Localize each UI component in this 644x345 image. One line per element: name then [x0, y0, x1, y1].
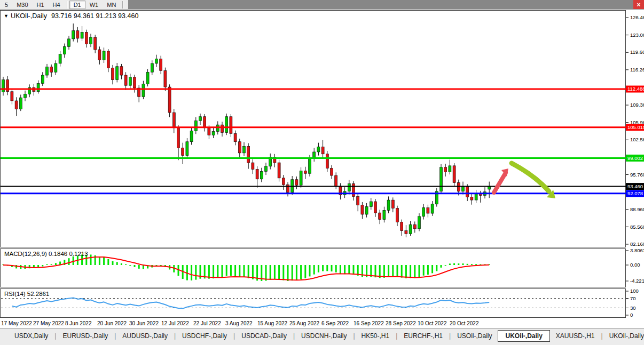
date-tick-label: 6 Sep 2022	[321, 320, 349, 326]
date-tick-label: 16 Sep 2022	[354, 320, 384, 326]
svg-text:82.160: 82.160	[630, 241, 644, 247]
date-tick-label: 20 Oct 2022	[450, 320, 478, 326]
tab-eurchf-h1[interactable]: EURCHF-,H1	[398, 331, 449, 341]
svg-text:119.660: 119.660	[630, 49, 644, 55]
macd-axis[interactable]: 3.80670.00-4.221	[626, 247, 644, 284]
tab-separator: |	[174, 332, 176, 340]
chart-header: ▼UKOil-,Daily93.716 94.361 91.213 93.460	[4, 12, 138, 20]
tab-hk50-h1[interactable]: HK50-,H1	[356, 331, 396, 341]
tab-separator: |	[601, 332, 603, 340]
chart-symbol-title: UKOil-,Daily	[11, 12, 47, 20]
svg-text:95.760: 95.760	[630, 172, 644, 178]
macd-label: MACD(12,26,9) 0.1846 0.1213	[4, 251, 88, 257]
tab-usoil-daily[interactable]: USOil-,Daily	[451, 331, 498, 341]
date-tick-label: 3 Aug 2022	[225, 320, 253, 326]
timeframe-button-5[interactable]: 5	[1, 1, 12, 9]
tab-separator: |	[396, 332, 397, 340]
chart-canvas[interactable]: 126.460123.060119.660116.260109.360105.9…	[0, 10, 644, 328]
date-tick-label: 28 Sep 2022	[386, 320, 416, 326]
timeframe-button-w1[interactable]: W1	[85, 1, 103, 9]
svg-text:85.560: 85.560	[630, 224, 644, 230]
svg-text:92.078: 92.078	[627, 190, 643, 196]
tab-ukoil-daily[interactable]: UKOil-,Daily	[498, 330, 549, 342]
tab-xauusd-h1[interactable]: XAUUSD-,H1	[550, 331, 601, 341]
chart-tab-bar: USDX,Daily|EURUSD-,Daily|AUDUSD-,Daily|U…	[0, 328, 644, 345]
tab-separator: |	[54, 332, 56, 340]
tab-separator: |	[449, 332, 451, 340]
tab-usdcnh-daily[interactable]: USDCNH-,Daily	[295, 331, 352, 341]
rsi-params: RSI(14)	[4, 291, 26, 297]
svg-text:126.460: 126.460	[630, 14, 644, 20]
timeframe-button-mn[interactable]: MN	[103, 1, 120, 9]
svg-text:0.00: 0.00	[630, 262, 640, 268]
title-strip	[128, 0, 633, 9]
date-tick-label: 12 Jul 2022	[161, 320, 189, 326]
macd-params: MACD(12,26,9)	[4, 251, 47, 257]
timeframe-buttons: 5M30H1H4D1W1MN	[0, 0, 125, 9]
svg-text:-4.221: -4.221	[630, 278, 644, 284]
date-tick-label: 30 Jun 2022	[129, 320, 159, 326]
tab-ukoil-daily[interactable]: UKOil-,Daily	[603, 331, 644, 341]
svg-text:100: 100	[630, 288, 639, 294]
pane-borders	[1, 11, 626, 318]
rsi-label: RSI(14) 52.2861	[4, 291, 49, 297]
tab-separator: |	[293, 332, 295, 340]
date-axis[interactable]: 17 May 202227 May 20228 Jun 202220 Jun 2…	[0, 319, 626, 328]
chart-tabs: USDX,Daily|EURUSD-,Daily|AUDUSD-,Daily|U…	[0, 328, 644, 343]
svg-text:30: 30	[630, 305, 636, 311]
svg-text:105.015: 105.015	[627, 124, 644, 130]
tab-usdx-daily[interactable]: USDX,Daily	[9, 331, 54, 341]
tab-separator: |	[233, 332, 235, 340]
timeframe-button-h1[interactable]: H1	[33, 1, 49, 9]
rsi-value: 52.2861	[27, 291, 50, 297]
svg-text:123.060: 123.060	[630, 32, 644, 38]
tab-audusd-daily[interactable]: AUDUSD-,Daily	[116, 331, 174, 341]
svg-text:0: 0	[630, 312, 633, 318]
close-button[interactable]: ×	[633, 0, 644, 9]
symbol-dropdown-icon[interactable]: ▼	[4, 13, 9, 19]
date-tick-label: 8 Jun 2022	[65, 320, 92, 326]
timeframe-button-d1[interactable]: D1	[69, 1, 85, 9]
tab-separator: |	[353, 332, 355, 340]
timeframe-button-h4[interactable]: H4	[49, 1, 65, 9]
tab-eurusd-daily[interactable]: EURUSD-,Daily	[57, 331, 114, 341]
chart-region[interactable]: 126.460123.060119.660116.260109.360105.9…	[0, 10, 644, 328]
toolbar-separator	[122, 1, 123, 9]
date-tick-label: 17 May 2022	[1, 320, 32, 326]
chart-ohlc-values: 93.716 94.361 91.213 93.460	[51, 12, 138, 20]
rsi-axis[interactable]: 10070300	[626, 288, 639, 318]
mt4-window: 5M30H1H4D1W1MN × 126.460123.060119.66011…	[0, 0, 644, 345]
tab-separator: |	[114, 332, 116, 340]
svg-text:109.360: 109.360	[630, 102, 644, 108]
tab-usdcad-daily[interactable]: USDCAD-,Daily	[235, 331, 293, 341]
macd-values: 0.1846 0.1213	[49, 251, 88, 257]
svg-text:93.460: 93.460	[627, 183, 643, 189]
date-tick-label: 25 Aug 2022	[289, 320, 319, 326]
date-tick-label: 10 Oct 2022	[418, 320, 446, 326]
svg-text:88.960: 88.960	[630, 206, 644, 212]
svg-text:70: 70	[630, 295, 636, 301]
svg-text:3.8067: 3.8067	[630, 247, 644, 253]
date-tick-label: 27 May 2022	[33, 320, 64, 326]
svg-text:112.488: 112.488	[627, 86, 644, 92]
date-tick-label: 15 Aug 2022	[257, 320, 287, 326]
date-tick-label: 20 Jun 2022	[97, 320, 127, 326]
svg-text:116.260: 116.260	[630, 67, 644, 73]
timeframe-button-m30[interactable]: M30	[12, 1, 32, 9]
timeframe-toolbar: 5M30H1H4D1W1MN ×	[0, 0, 644, 10]
svg-text:99.002: 99.002	[627, 155, 643, 161]
toolbar-separator	[67, 1, 67, 9]
close-icon: ×	[637, 1, 640, 9]
svg-text:102.560: 102.560	[630, 137, 644, 142]
date-tick-label: 22 Jul 2022	[193, 320, 221, 326]
tab-usdchf-daily[interactable]: USDCHF-,Daily	[176, 331, 233, 341]
